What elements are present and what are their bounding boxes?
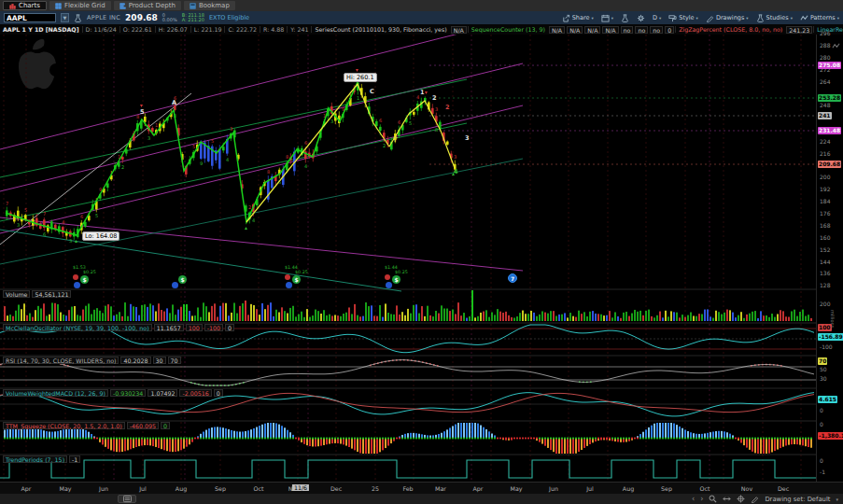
month-label: Mar (435, 485, 446, 492)
corporate-event-marker[interactable]: $1.44$0.25$ (385, 267, 405, 286)
chart-header: AAPL 1 Y 1D [NASDAQ]D: 11/6/24O: 222.61H… (0, 24, 843, 35)
study-label[interactable]: ZigZagPercent (CLOSE, 8.0, no, no) (675, 26, 785, 33)
month-label: May (510, 485, 522, 492)
month-label: Sep (215, 485, 226, 492)
study-label[interactable]: N/A (584, 26, 600, 34)
wave-count-label: 2 (445, 104, 450, 111)
drawing-set-label[interactable]: Drawing set: Default (765, 496, 830, 503)
wave-count-label: 4 (454, 168, 458, 175)
volume-study-label[interactable]: Volume (3, 290, 30, 298)
axis-tick: 200 (820, 174, 830, 181)
study-label[interactable]: no (621, 26, 634, 34)
axis-tick: 160 (820, 234, 830, 242)
svg-text:2: 2 (383, 143, 386, 148)
zoom-icon[interactable] (709, 495, 717, 503)
corporate-event-marker[interactable]: $1.53$0.25$ (73, 267, 93, 286)
window-tab-bookmap[interactable]: Bookmap (184, 1, 235, 10)
axis-tick: 224 (820, 138, 830, 146)
study-label[interactable]: 0 (665, 26, 674, 34)
axis-tick: 0 (820, 457, 823, 465)
caret-down-icon: ▾ (611, 16, 613, 21)
study-label[interactable]: N/A (602, 26, 618, 34)
timeframe-button[interactable]: D▾ (653, 14, 661, 21)
drawing-tool-icon[interactable] (751, 495, 759, 503)
settings-button[interactable] (637, 14, 645, 22)
month-label: Aug (176, 485, 187, 492)
trend-study-label[interactable]: TrendPeriods (7, 15) (3, 455, 67, 463)
mcclellan-study-label[interactable]: McClellanOscillator (NYSE, 19, 39, 100, … (3, 324, 152, 331)
axis-tick: 200 (820, 301, 830, 308)
svg-text:6: 6 (80, 214, 83, 219)
svg-text:8: 8 (286, 154, 288, 160)
chart-toolbar: Share▾▾D▾Style▾Drawings▾Studies▾Patterns… (562, 14, 839, 22)
hi-price-label: Hi: 260.1 (344, 73, 377, 82)
ttm-panel-header: TTM_Squeeze (CLOSE, 20, 1.5, 2.0, 1.0)-4… (2, 422, 171, 429)
symbol-flask-icon[interactable] (74, 14, 82, 22)
rsi-panel-header: RSI (14, 70, 30, CLOSE, WILDERS, no)40.2… (2, 357, 182, 364)
corporate-event-marker[interactable]: $ (171, 267, 191, 286)
study-label[interactable]: no (650, 26, 663, 34)
chart-canvas[interactable]: 7357643659128316859543248586413915626543… (0, 35, 816, 482)
ohlc-field: D: 11/6/24 (82, 26, 119, 33)
time-axis[interactable]: AprMayJunJulAugSepOctNovDec25FebMarAprMa… (0, 482, 843, 494)
rsi-study-label[interactable]: RSI (14, 70, 30, CLOSE, WILDERS, no) (3, 357, 119, 364)
analysis-flask-button[interactable] (621, 14, 629, 22)
crosshair-icon[interactable] (737, 495, 745, 503)
caret-down-icon: ▾ (746, 16, 748, 21)
caret-down-icon: ▾ (696, 16, 698, 21)
drawings-button[interactable]: Drawings▾ (706, 14, 749, 22)
ttm-value: 0 (161, 422, 170, 429)
month-label: Feb (402, 485, 413, 492)
news-count-badge[interactable]: 7 (508, 273, 517, 283)
pattern-zigzag-icon[interactable] (832, 36, 840, 54)
svg-text:3: 3 (69, 238, 72, 244)
study-label[interactable]: N/A (549, 26, 565, 34)
price-badge: 70 (818, 357, 827, 365)
svg-text:4: 4 (252, 217, 255, 223)
scroll-left-icon[interactable]: ‹ (692, 496, 695, 503)
scroll-right-icon[interactable]: › (700, 496, 703, 503)
price-axis[interactable]: 2962882802722642482242162001921841761681… (816, 35, 843, 482)
svg-text:6: 6 (43, 231, 46, 237)
wave-count-label: C (370, 88, 374, 95)
book-icon (190, 3, 196, 9)
axis-tick: 0 (820, 407, 823, 414)
axis-tick: -100 (820, 343, 833, 351)
window-tab-flexible-grid[interactable]: Flexible Grid (49, 1, 111, 10)
wave-count-label: 3 (465, 134, 470, 142)
svg-text:2: 2 (121, 164, 124, 170)
study-label[interactable]: N/A (451, 26, 467, 34)
month-label: Aug (623, 485, 634, 492)
ttm-study-label[interactable]: TTM_Squeeze (CLOSE, 20, 1.5, 2.0, 1.0) (3, 422, 125, 429)
events-calendar-button[interactable]: ▾ (601, 14, 613, 22)
study-label[interactable]: 241.23 (786, 26, 812, 34)
symbol-dropdown-caret-icon[interactable]: ▼ (61, 13, 69, 22)
studies-button[interactable]: Studies▾ (756, 14, 793, 22)
exto-eligible-badge: EXTO Eligible (209, 14, 249, 21)
ohlc-field: Y: 241 (287, 26, 311, 33)
pan-horizontal-icon[interactable] (723, 495, 731, 503)
macd-study-label[interactable]: VolumeWeightedMACD (12, 26, 9) (3, 389, 108, 397)
window-tab-product-depth[interactable]: Product Depth (114, 1, 181, 10)
month-label: Dec (330, 485, 342, 492)
study-label[interactable]: SeriesCount (20110101, 930, Fibonacci, y… (311, 26, 449, 33)
corporate-event-marker[interactable]: $1.44$0.25$ (285, 267, 305, 286)
axis-tick: 144 (820, 259, 830, 266)
style-button[interactable]: Style▾ (668, 14, 698, 22)
panel-toggle-button[interactable] (118, 495, 136, 503)
axis-tick: 176 (820, 210, 830, 217)
study-label[interactable]: no (635, 26, 648, 34)
window-tab-charts[interactable]: Charts (3, 1, 47, 10)
study-label[interactable]: N/A (567, 26, 583, 34)
chart-area[interactable]: 7357643659128316859543248586413915626543… (0, 35, 816, 482)
svg-text:4: 4 (304, 163, 307, 169)
symbol-input[interactable] (4, 13, 56, 22)
study-label[interactable]: SequenceCounter (13, 9) (468, 26, 548, 33)
company-name: APPLE INC (87, 14, 120, 21)
patterns-button[interactable]: Patterns▾ (800, 14, 839, 22)
price-badge: 100 (818, 324, 832, 331)
share-button[interactable]: Share▾ (562, 14, 594, 22)
status-bar: ‹ › Drawing set: Default ▾ (0, 494, 843, 504)
caret-down-icon: ▾ (591, 16, 593, 21)
drawing-set-caret-icon[interactable]: ▾ (836, 496, 838, 503)
